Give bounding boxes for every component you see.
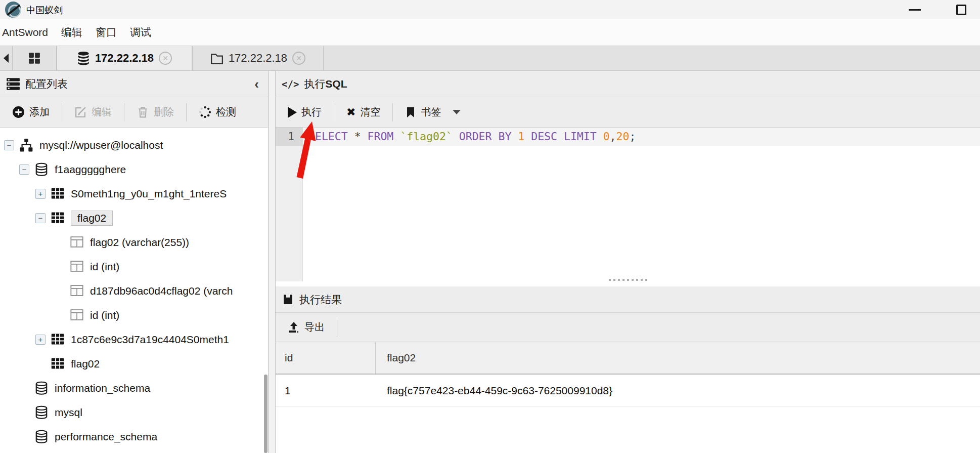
tree-item-label: id (int) (90, 261, 119, 273)
config-toolbar: 添加编辑删除检测 (0, 97, 268, 128)
tree-item-label: flag02 (71, 211, 113, 226)
folder-icon (210, 52, 224, 64)
tab-scroll-left-button[interactable] (0, 46, 12, 70)
horizontal-splitter[interactable] (276, 277, 980, 282)
menu-item-编辑[interactable]: 编辑 (60, 23, 83, 42)
grid-icon (28, 52, 41, 65)
divider (334, 103, 334, 121)
database-icon (34, 381, 49, 395)
play-icon (288, 107, 297, 118)
database-icon (34, 162, 49, 177)
sql-code-line: SELECT * FROM `flag02` ORDER BY 1 DESC L… (303, 128, 980, 146)
sitemap-icon (19, 138, 33, 152)
tab-label: 172.22.2.18 (229, 52, 287, 65)
config-list-panel: 配置列表 ‹ 添加编辑删除检测 −mysql://wpuser@localhos… (0, 71, 269, 453)
tree-item-label: information_schema (55, 382, 150, 394)
menu-item-窗口[interactable]: 窗口 (95, 23, 118, 42)
sql-toolbar: 执行 ✖ 清空 书签 (276, 97, 980, 128)
minimize-button[interactable] (903, 0, 926, 19)
export-button[interactable]: 导出 (284, 320, 329, 334)
menu-bar: AntSword编辑窗口调试 (0, 19, 980, 46)
tab-home[interactable] (12, 46, 57, 70)
tree-item[interactable]: −mysql://wpuser@localhost (0, 133, 268, 157)
tree-item[interactable]: mysql (0, 400, 268, 425)
sql-execution-panel: </> 执行SQL 执行 ✖ 清空 书签 1 SELECT * FROM `fl… (276, 71, 980, 453)
tree-item-label: flag02 (varchar(255)) (90, 236, 189, 249)
vertical-splitter[interactable] (269, 71, 276, 453)
tab-close-icon[interactable]: ✕ (159, 52, 172, 65)
tree-item[interactable]: information_schema (0, 376, 268, 400)
divider (337, 318, 337, 337)
tree-item-label: S0meth1ng_y0u_m1ght_1ntereS (71, 188, 227, 200)
trash-icon (137, 106, 149, 118)
toolbar-button-编辑: 编辑 (70, 105, 116, 119)
result-title: 执行结果 (299, 293, 342, 307)
tree-item[interactable]: +1c87c6e9c3d7a19c4404S0meth1 (0, 327, 268, 352)
sql-title: 执行SQL (304, 77, 347, 91)
window-title: 中国蚁剑 (26, 4, 63, 16)
tree-item[interactable]: flag02 (varchar(255)) (0, 230, 268, 255)
maximize-button[interactable] (950, 0, 973, 19)
tree-item[interactable]: flag02 (0, 352, 268, 376)
database-icon (34, 430, 49, 444)
table-icon (51, 333, 65, 347)
database-tree: −mysql://wpuser@localhost−f1aaggggghere+… (0, 128, 268, 453)
column-header-flag02[interactable]: flag02 (375, 342, 980, 374)
tab-database-172.22.2.18[interactable]: 172.22.2.18 ✕ (57, 46, 192, 70)
tree-item-label: flag02 (71, 358, 100, 370)
tree-item-label: id (int) (90, 309, 119, 321)
antsword-logo-icon (5, 2, 21, 18)
bookmark-icon (405, 106, 416, 118)
table-cell: flag{c757e423-eb44-459c-9c63-7625009910d… (375, 375, 980, 406)
splitter-grip-icon (609, 279, 647, 281)
table-icon (51, 187, 65, 201)
tree-expander-minus[interactable]: − (35, 213, 46, 223)
caret-down-icon (453, 110, 461, 114)
database-icon (77, 51, 90, 65)
code-icon: </> (282, 78, 299, 90)
tree-item[interactable]: −f1aaggggghere (0, 157, 268, 182)
tree-item-label: 1c87c6e9c3d7a19c4404S0meth1 (71, 334, 229, 346)
tree-expander-minus[interactable]: − (4, 140, 14, 150)
result-table: idflag02 1flag{c757e423-eb44-459c-9c63-7… (276, 342, 980, 407)
tree-item[interactable]: d187db96ac0d4cflag02 (varch (0, 279, 268, 303)
column-header-id[interactable]: id (276, 352, 375, 364)
toolbar-button-添加[interactable]: 添加 (8, 105, 54, 119)
tree-item[interactable]: id (int) (0, 255, 268, 279)
bookmark-button[interactable]: 书签 (401, 105, 465, 119)
toolbar-button-检测[interactable]: 检测 (195, 105, 240, 119)
table-row[interactable]: 1flag{c757e423-eb44-459c-9c63-7625009910… (276, 375, 980, 407)
panel-title: 配置列表 (25, 77, 68, 91)
tree-item-label: d187db96ac0d4cflag02 (varch (90, 285, 233, 297)
sql-editor[interactable]: 1 SELECT * FROM `flag02` ORDER BY 1 DESC… (276, 128, 980, 281)
divider (392, 103, 393, 121)
maximize-icon (956, 5, 966, 15)
divider (124, 103, 124, 121)
upload-icon (288, 321, 300, 334)
tree-expander-plus[interactable]: + (35, 189, 46, 199)
menu-item-AntSword[interactable]: AntSword (1, 24, 49, 40)
toolbar-button-删除: 删除 (132, 105, 178, 119)
database-icon (34, 405, 49, 420)
spinner-icon (199, 106, 211, 118)
run-sql-button[interactable]: 执行 (284, 105, 326, 119)
menu-item-调试[interactable]: 调试 (129, 23, 152, 42)
tree-item[interactable]: id (int) (0, 303, 268, 327)
tree-item[interactable]: −flag02 (0, 206, 268, 230)
clear-sql-button[interactable]: ✖ 清空 (342, 105, 384, 119)
title-bar: 中国蚁剑 (0, 0, 980, 19)
column-icon (70, 284, 84, 298)
tab-files-172.22.2.18[interactable]: 172.22.2.18 ✕ (192, 46, 324, 70)
tree-expander-minus[interactable]: − (19, 164, 29, 175)
tab-close-icon[interactable]: ✕ (292, 52, 305, 65)
tree-scrollbar[interactable] (264, 375, 268, 453)
collapse-panel-button[interactable]: ‹ (254, 77, 259, 91)
server-list-icon (6, 77, 20, 91)
table-icon (51, 211, 65, 225)
tree-item-label: mysql (55, 406, 82, 419)
tree-item[interactable]: +S0meth1ng_y0u_m1ght_1ntereS (0, 182, 268, 206)
tab-bar: 172.22.2.18 ✕ 172.22.2.18 ✕ (0, 46, 980, 71)
tree-item[interactable]: performance_schema (0, 425, 268, 449)
editor-content[interactable]: SELECT * FROM `flag02` ORDER BY 1 DESC L… (303, 128, 980, 281)
tree-expander-plus[interactable]: + (35, 335, 46, 345)
